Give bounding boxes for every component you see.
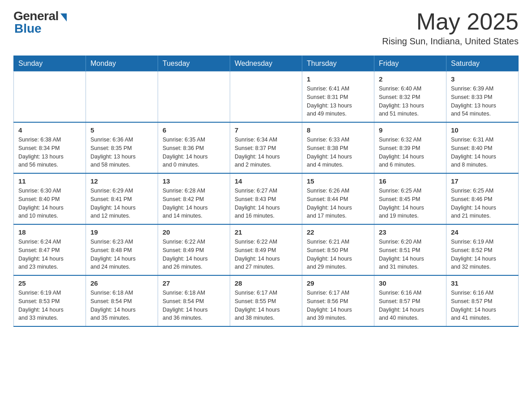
day-number: 4 <box>18 126 81 134</box>
calendar-table: SundayMondayTuesdayWednesdayThursdayFrid… <box>13 56 519 327</box>
calendar-week-row: 4Sunrise: 6:38 AM Sunset: 8:34 PM Daylig… <box>14 122 519 173</box>
day-info: Sunrise: 6:33 AM Sunset: 8:38 PM Dayligh… <box>307 136 369 169</box>
calendar-cell: 9Sunrise: 6:32 AM Sunset: 8:39 PM Daylig… <box>374 122 446 173</box>
day-number: 7 <box>235 126 297 134</box>
day-info: Sunrise: 6:22 AM Sunset: 8:49 PM Dayligh… <box>163 238 225 271</box>
day-number: 21 <box>235 228 297 236</box>
calendar-cell: 4Sunrise: 6:38 AM Sunset: 8:34 PM Daylig… <box>14 122 86 173</box>
day-number: 30 <box>379 279 442 287</box>
day-number: 3 <box>451 75 514 83</box>
calendar-cell <box>86 72 158 123</box>
month-year-title: May 2025 <box>382 9 519 34</box>
title-block: May 2025 Rising Sun, Indiana, United Sta… <box>382 9 519 47</box>
calendar-cell: 14Sunrise: 6:27 AM Sunset: 8:43 PM Dayli… <box>230 173 302 224</box>
calendar-cell: 28Sunrise: 6:17 AM Sunset: 8:55 PM Dayli… <box>230 275 302 326</box>
day-number: 16 <box>379 177 442 185</box>
calendar-cell: 19Sunrise: 6:23 AM Sunset: 8:48 PM Dayli… <box>86 224 158 275</box>
day-header-sunday: Sunday <box>14 56 86 72</box>
calendar-cell: 21Sunrise: 6:22 AM Sunset: 8:49 PM Dayli… <box>230 224 302 275</box>
calendar-cell: 29Sunrise: 6:17 AM Sunset: 8:56 PM Dayli… <box>302 275 374 326</box>
day-info: Sunrise: 6:36 AM Sunset: 8:35 PM Dayligh… <box>90 136 153 169</box>
day-number: 29 <box>307 279 369 287</box>
day-info: Sunrise: 6:38 AM Sunset: 8:34 PM Dayligh… <box>18 136 81 169</box>
day-info: Sunrise: 6:28 AM Sunset: 8:42 PM Dayligh… <box>163 187 225 220</box>
calendar-cell: 22Sunrise: 6:21 AM Sunset: 8:50 PM Dayli… <box>302 224 374 275</box>
day-header-thursday: Thursday <box>302 56 374 72</box>
day-info: Sunrise: 6:23 AM Sunset: 8:48 PM Dayligh… <box>90 238 153 271</box>
calendar-cell: 10Sunrise: 6:31 AM Sunset: 8:40 PM Dayli… <box>446 122 519 173</box>
day-info: Sunrise: 6:16 AM Sunset: 8:57 PM Dayligh… <box>379 289 442 322</box>
day-number: 12 <box>90 177 153 185</box>
day-info: Sunrise: 6:30 AM Sunset: 8:40 PM Dayligh… <box>18 187 81 220</box>
day-info: Sunrise: 6:39 AM Sunset: 8:33 PM Dayligh… <box>451 85 514 118</box>
day-info: Sunrise: 6:34 AM Sunset: 8:37 PM Dayligh… <box>235 136 297 169</box>
calendar-cell: 27Sunrise: 6:18 AM Sunset: 8:54 PM Dayli… <box>158 275 230 326</box>
calendar-cell <box>14 72 86 123</box>
day-info: Sunrise: 6:29 AM Sunset: 8:41 PM Dayligh… <box>90 187 153 220</box>
day-number: 23 <box>379 228 442 236</box>
day-number: 5 <box>90 126 153 134</box>
calendar-cell: 31Sunrise: 6:16 AM Sunset: 8:57 PM Dayli… <box>446 275 519 326</box>
day-number: 17 <box>451 177 514 185</box>
logo: General Blue <box>13 9 67 36</box>
day-info: Sunrise: 6:31 AM Sunset: 8:40 PM Dayligh… <box>451 136 514 169</box>
logo-arrow-icon <box>60 13 67 21</box>
calendar-cell: 6Sunrise: 6:35 AM Sunset: 8:36 PM Daylig… <box>158 122 230 173</box>
day-number: 9 <box>379 126 442 134</box>
day-number: 19 <box>90 228 153 236</box>
day-number: 18 <box>18 228 81 236</box>
calendar-cell: 11Sunrise: 6:30 AM Sunset: 8:40 PM Dayli… <box>14 173 86 224</box>
day-number: 8 <box>307 126 369 134</box>
calendar-cell: 13Sunrise: 6:28 AM Sunset: 8:42 PM Dayli… <box>158 173 230 224</box>
day-number: 20 <box>163 228 225 236</box>
day-info: Sunrise: 6:21 AM Sunset: 8:50 PM Dayligh… <box>307 238 369 271</box>
calendar-cell: 15Sunrise: 6:26 AM Sunset: 8:44 PM Dayli… <box>302 173 374 224</box>
calendar-week-row: 1Sunrise: 6:41 AM Sunset: 8:31 PM Daylig… <box>14 72 519 123</box>
day-info: Sunrise: 6:25 AM Sunset: 8:45 PM Dayligh… <box>379 187 442 220</box>
calendar-cell: 24Sunrise: 6:19 AM Sunset: 8:52 PM Dayli… <box>446 224 519 275</box>
day-number: 27 <box>163 279 225 287</box>
calendar-week-row: 25Sunrise: 6:19 AM Sunset: 8:53 PM Dayli… <box>14 275 519 326</box>
day-number: 24 <box>451 228 514 236</box>
day-info: Sunrise: 6:41 AM Sunset: 8:31 PM Dayligh… <box>307 85 369 118</box>
day-info: Sunrise: 6:24 AM Sunset: 8:47 PM Dayligh… <box>18 238 81 271</box>
calendar-cell: 2Sunrise: 6:40 AM Sunset: 8:32 PM Daylig… <box>374 72 446 123</box>
day-number: 26 <box>90 279 153 287</box>
day-number: 1 <box>307 75 369 83</box>
logo-blue-text: Blue <box>14 21 42 36</box>
day-info: Sunrise: 6:32 AM Sunset: 8:39 PM Dayligh… <box>379 136 442 169</box>
calendar-header-row: SundayMondayTuesdayWednesdayThursdayFrid… <box>14 56 519 72</box>
day-header-friday: Friday <box>374 56 446 72</box>
day-info: Sunrise: 6:18 AM Sunset: 8:54 PM Dayligh… <box>163 289 225 322</box>
calendar-cell: 17Sunrise: 6:25 AM Sunset: 8:46 PM Dayli… <box>446 173 519 224</box>
calendar-cell: 26Sunrise: 6:18 AM Sunset: 8:54 PM Dayli… <box>86 275 158 326</box>
day-info: Sunrise: 6:18 AM Sunset: 8:54 PM Dayligh… <box>90 289 153 322</box>
calendar-cell: 23Sunrise: 6:20 AM Sunset: 8:51 PM Dayli… <box>374 224 446 275</box>
day-number: 15 <box>307 177 369 185</box>
day-info: Sunrise: 6:35 AM Sunset: 8:36 PM Dayligh… <box>163 136 225 169</box>
day-info: Sunrise: 6:17 AM Sunset: 8:55 PM Dayligh… <box>235 289 297 322</box>
day-info: Sunrise: 6:22 AM Sunset: 8:49 PM Dayligh… <box>235 238 297 271</box>
day-info: Sunrise: 6:17 AM Sunset: 8:56 PM Dayligh… <box>307 289 369 322</box>
day-number: 10 <box>451 126 514 134</box>
calendar-cell: 7Sunrise: 6:34 AM Sunset: 8:37 PM Daylig… <box>230 122 302 173</box>
calendar-cell: 8Sunrise: 6:33 AM Sunset: 8:38 PM Daylig… <box>302 122 374 173</box>
day-header-wednesday: Wednesday <box>230 56 302 72</box>
calendar-cell: 5Sunrise: 6:36 AM Sunset: 8:35 PM Daylig… <box>86 122 158 173</box>
day-number: 25 <box>18 279 81 287</box>
location-subtitle: Rising Sun, Indiana, United States <box>382 36 519 47</box>
calendar-cell: 1Sunrise: 6:41 AM Sunset: 8:31 PM Daylig… <box>302 72 374 123</box>
day-number: 31 <box>451 279 514 287</box>
day-info: Sunrise: 6:26 AM Sunset: 8:44 PM Dayligh… <box>307 187 369 220</box>
calendar-cell: 25Sunrise: 6:19 AM Sunset: 8:53 PM Dayli… <box>14 275 86 326</box>
day-number: 28 <box>235 279 297 287</box>
calendar-cell: 20Sunrise: 6:22 AM Sunset: 8:49 PM Dayli… <box>158 224 230 275</box>
page-header: General Blue May 2025 Rising Sun, Indian… <box>13 9 519 47</box>
calendar-cell: 3Sunrise: 6:39 AM Sunset: 8:33 PM Daylig… <box>446 72 519 123</box>
calendar-week-row: 18Sunrise: 6:24 AM Sunset: 8:47 PM Dayli… <box>14 224 519 275</box>
day-info: Sunrise: 6:25 AM Sunset: 8:46 PM Dayligh… <box>451 187 514 220</box>
day-number: 6 <box>163 126 225 134</box>
day-info: Sunrise: 6:40 AM Sunset: 8:32 PM Dayligh… <box>379 85 442 118</box>
calendar-cell: 16Sunrise: 6:25 AM Sunset: 8:45 PM Dayli… <box>374 173 446 224</box>
calendar-cell <box>158 72 230 123</box>
